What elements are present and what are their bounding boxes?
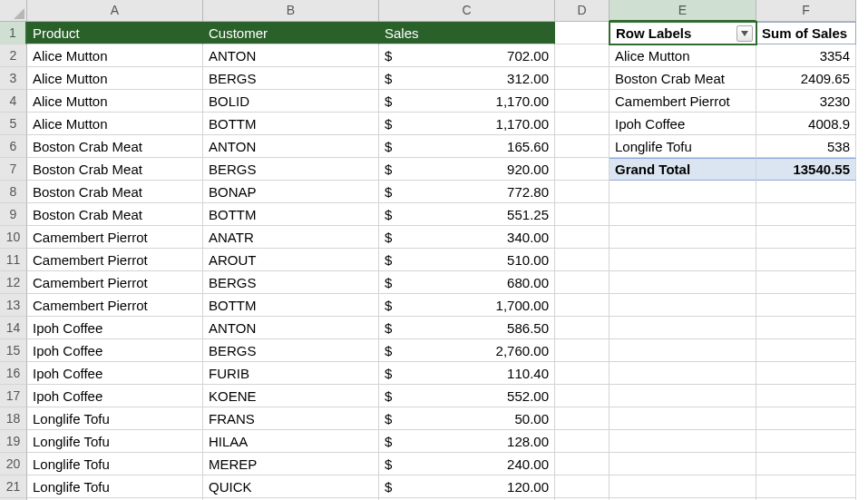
cell-d1[interactable] [555, 22, 610, 44]
row-header-6[interactable]: 6 [0, 135, 27, 158]
row-header-19[interactable]: 19 [0, 430, 27, 453]
cell-product-8[interactable]: Boston Crab Meat [27, 181, 203, 203]
cell-f13[interactable] [756, 294, 856, 317]
cell-e21[interactable] [610, 475, 756, 498]
row-header-12[interactable]: 12 [0, 271, 27, 294]
cell-e20[interactable] [610, 453, 756, 475]
cell-customer-12[interactable]: BERGS [203, 271, 379, 294]
pivot-value-3[interactable]: 4008.9 [756, 113, 856, 135]
spreadsheet-grid[interactable]: ABCDEF1ProductCustomerSalesRow LabelsSum… [0, 0, 868, 500]
cell-f17[interactable] [756, 385, 856, 407]
cell-customer-2[interactable]: ANTON [203, 44, 379, 67]
cell-customer-8[interactable]: BONAP [203, 181, 379, 203]
column-header-e[interactable]: E [610, 0, 756, 22]
row-header-13[interactable]: 13 [0, 294, 27, 317]
cell-customer-10[interactable]: ANATR [203, 226, 379, 249]
cell-product-2[interactable]: Alice Mutton [27, 44, 203, 67]
cell-sales-12[interactable]: $680.00 [379, 271, 555, 294]
cell-product-17[interactable]: Ipoh Coffee [27, 385, 203, 407]
column-header-b[interactable]: B [203, 0, 379, 22]
cell-d8[interactable] [555, 181, 610, 203]
pivot-label-3[interactable]: Ipoh Coffee [610, 113, 756, 135]
cell-product-6[interactable]: Boston Crab Meat [27, 135, 203, 158]
pivot-value-4[interactable]: 538 [756, 135, 856, 158]
cell-customer-4[interactable]: BOLID [203, 90, 379, 113]
cell-e14[interactable] [610, 317, 756, 339]
cell-e10[interactable] [610, 226, 756, 249]
cell-sales-20[interactable]: $240.00 [379, 453, 555, 475]
cell-d5[interactable] [555, 113, 610, 135]
cell-f18[interactable] [756, 407, 856, 430]
cell-d17[interactable] [555, 385, 610, 407]
row-header-21[interactable]: 21 [0, 475, 27, 498]
cell-product-5[interactable]: Alice Mutton [27, 113, 203, 135]
cell-sales-15[interactable]: $2,760.00 [379, 339, 555, 362]
cell-sales-9[interactable]: $551.25 [379, 203, 555, 226]
cell-f20[interactable] [756, 453, 856, 475]
row-header-9[interactable]: 9 [0, 203, 27, 226]
cell-product-10[interactable]: Camembert Pierrot [27, 226, 203, 249]
cell-customer-14[interactable]: ANTON [203, 317, 379, 339]
cell-customer-13[interactable]: BOTTM [203, 294, 379, 317]
cell-sales-19[interactable]: $128.00 [379, 430, 555, 453]
pivot-filter-dropdown[interactable] [736, 25, 753, 42]
cell-product-7[interactable]: Boston Crab Meat [27, 158, 203, 181]
cell-d15[interactable] [555, 339, 610, 362]
cell-d9[interactable] [555, 203, 610, 226]
cell-d13[interactable] [555, 294, 610, 317]
cell-customer-20[interactable]: MEREP [203, 453, 379, 475]
cell-product-13[interactable]: Camembert Pierrot [27, 294, 203, 317]
cell-f10[interactable] [756, 226, 856, 249]
row-header-7[interactable]: 7 [0, 158, 27, 181]
pivot-label-0[interactable]: Alice Mutton [610, 44, 756, 67]
cell-d2[interactable] [555, 44, 610, 67]
cell-sales-21[interactable]: $120.00 [379, 475, 555, 498]
cell-customer-19[interactable]: HILAA [203, 430, 379, 453]
cell-f8[interactable] [756, 181, 856, 203]
row-header-14[interactable]: 14 [0, 317, 27, 339]
row-header-15[interactable]: 15 [0, 339, 27, 362]
row-header-1[interactable]: 1 [0, 22, 27, 44]
cell-product-9[interactable]: Boston Crab Meat [27, 203, 203, 226]
row-header-20[interactable]: 20 [0, 453, 27, 475]
cell-d11[interactable] [555, 249, 610, 271]
cell-product-15[interactable]: Ipoh Coffee [27, 339, 203, 362]
pivot-label-2[interactable]: Camembert Pierrot [610, 90, 756, 113]
cell-e13[interactable] [610, 294, 756, 317]
cell-sales-11[interactable]: $510.00 [379, 249, 555, 271]
cell-f12[interactable] [756, 271, 856, 294]
cell-sales-10[interactable]: $340.00 [379, 226, 555, 249]
cell-sales-14[interactable]: $586.50 [379, 317, 555, 339]
column-header-a[interactable]: A [27, 0, 203, 22]
cell-d21[interactable] [555, 475, 610, 498]
row-header-4[interactable]: 4 [0, 90, 27, 113]
cell-e18[interactable] [610, 407, 756, 430]
cell-product-11[interactable]: Camembert Pierrot [27, 249, 203, 271]
column-header-f[interactable]: F [756, 0, 856, 22]
row-header-17[interactable]: 17 [0, 385, 27, 407]
cell-e12[interactable] [610, 271, 756, 294]
cell-product-16[interactable]: Ipoh Coffee [27, 362, 203, 385]
cell-e19[interactable] [610, 430, 756, 453]
cell-d10[interactable] [555, 226, 610, 249]
cell-sales-13[interactable]: $1,700.00 [379, 294, 555, 317]
cell-f16[interactable] [756, 362, 856, 385]
cell-e17[interactable] [610, 385, 756, 407]
cell-e9[interactable] [610, 203, 756, 226]
row-header-16[interactable]: 16 [0, 362, 27, 385]
cell-d14[interactable] [555, 317, 610, 339]
cell-customer-11[interactable]: AROUT [203, 249, 379, 271]
pivot-label-1[interactable]: Boston Crab Meat [610, 67, 756, 90]
cell-customer-21[interactable]: QUICK [203, 475, 379, 498]
cell-customer-18[interactable]: FRANS [203, 407, 379, 430]
cell-d6[interactable] [555, 135, 610, 158]
cell-product-18[interactable]: Longlife Tofu [27, 407, 203, 430]
pivot-row-labels-header[interactable]: Row Labels [610, 22, 756, 44]
cell-product-21[interactable]: Longlife Tofu [27, 475, 203, 498]
cell-sales-4[interactable]: $1,170.00 [379, 90, 555, 113]
cell-f14[interactable] [756, 317, 856, 339]
pivot-value-1[interactable]: 2409.65 [756, 67, 856, 90]
cell-customer-15[interactable]: BERGS [203, 339, 379, 362]
cell-f15[interactable] [756, 339, 856, 362]
cell-sales-17[interactable]: $552.00 [379, 385, 555, 407]
